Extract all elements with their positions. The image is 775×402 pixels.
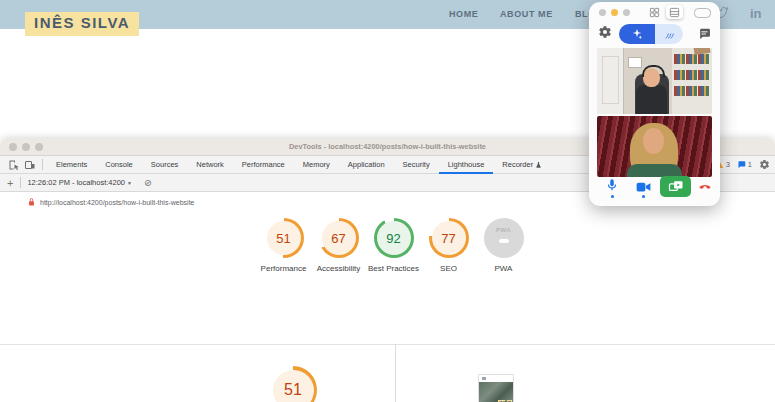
share-screen-button[interactable] — [660, 176, 691, 197]
tab-security[interactable]: Security — [394, 157, 439, 173]
microphone-icon[interactable] — [605, 177, 619, 197]
accessibility-gauge: 67 — [319, 218, 359, 258]
share-screen-icon — [668, 180, 684, 193]
insecure-lock-icon — [27, 197, 36, 207]
tab-console[interactable]: Console — [96, 157, 142, 173]
new-report-button[interactable]: + — [0, 177, 20, 189]
tab-performance[interactable]: Performance — [233, 157, 294, 173]
grid-view-icon[interactable] — [646, 5, 663, 19]
performance-gauge: 51 — [264, 218, 304, 258]
call-titlebar — [589, 2, 720, 22]
best-practices-gauge: 92 — [374, 218, 414, 258]
pip-pill-icon[interactable] — [694, 8, 711, 18]
remote-participant-video[interactable] — [597, 48, 712, 114]
tab-elements[interactable]: Elements — [47, 157, 96, 173]
report-side-divider — [395, 344, 396, 402]
call-controls — [589, 176, 720, 200]
pwa-dash — [499, 239, 509, 243]
screen: INÊS SILVA HOME ABOUT ME BLOG in DevTool… — [0, 0, 775, 402]
score-accessibility[interactable]: 67 Accessibility — [311, 218, 366, 274]
tabbar-divider — [42, 159, 43, 170]
reactions-icon — [655, 24, 683, 44]
self-view-video[interactable] — [597, 116, 712, 177]
report-selector-dropdown[interactable]: 12:26:02 PM - localhost:4200 ▼ — [21, 178, 138, 187]
tab-memory[interactable]: Memory — [294, 157, 339, 173]
site-logo[interactable]: INÊS SILVA — [25, 12, 139, 36]
camera-device-dot[interactable] — [642, 195, 645, 198]
nav-about-me[interactable]: ABOUT ME — [500, 9, 553, 19]
tab-network[interactable]: Network — [187, 157, 233, 173]
score-best-practices[interactable]: 92 Best Practices — [366, 218, 421, 274]
seo-gauge: 77 — [429, 218, 469, 258]
headset — [642, 65, 665, 77]
score-summary-row: 51 Performance 67 Accessibility 92 Best … — [256, 218, 531, 274]
thumb-menu-icon — [482, 377, 486, 380]
tab-sources[interactable]: Sources — [142, 157, 188, 173]
thumb-hero-photo: INÊS — [479, 382, 513, 402]
clear-reports-icon[interactable]: ⊘ — [138, 178, 158, 188]
call-traffic-lights[interactable] — [599, 9, 630, 16]
score-seo[interactable]: 77 SEO — [421, 218, 476, 274]
tab-recorder[interactable]: Recorder — [493, 157, 551, 173]
score-pwa[interactable]: PWA PWA — [476, 218, 531, 274]
mic-device-dot[interactable] — [611, 195, 614, 198]
call-toolbar — [589, 22, 720, 48]
section-divider — [0, 344, 775, 345]
inspect-element-icon[interactable] — [6, 157, 22, 172]
device-toolbar-icon[interactable] — [22, 157, 38, 172]
performance-section-gauge: 51 — [269, 366, 317, 402]
page-screenshot-thumbnail[interactable]: INÊS HOW I BUI WEBSITE. — [478, 374, 514, 402]
message-icon — [737, 160, 746, 169]
devtools-settings-gear-icon[interactable] — [759, 156, 770, 174]
video-call-window — [589, 2, 720, 206]
report-url-row: http://localhost:4200/posts/how-i-built-… — [27, 197, 194, 207]
experiment-icon — [535, 161, 542, 169]
effects-toggle[interactable] — [619, 24, 683, 44]
tab-application[interactable]: Application — [339, 157, 394, 173]
report-url: http://localhost:4200/posts/how-i-built-… — [40, 199, 194, 206]
video-effects-icon — [619, 24, 655, 44]
hang-up-icon[interactable] — [697, 180, 713, 198]
linkedin-icon[interactable]: in — [750, 6, 762, 21]
lighthouse-report: http://localhost:4200/posts/how-i-built-… — [0, 192, 775, 402]
nav-home[interactable]: HOME — [449, 9, 478, 19]
settings-gear-icon[interactable] — [598, 25, 612, 43]
speaker-view-icon[interactable] — [666, 5, 683, 19]
issues-badge[interactable]: 1 — [737, 160, 752, 169]
tab-lighthouse[interactable]: Lighthouse — [439, 156, 494, 174]
site-logo-text: INÊS SILVA — [34, 14, 130, 31]
chat-icon[interactable] — [698, 26, 711, 44]
score-performance[interactable]: 51 Performance — [256, 218, 311, 274]
pwa-gauge: PWA — [484, 218, 524, 258]
chevron-down-icon: ▼ — [127, 180, 132, 186]
